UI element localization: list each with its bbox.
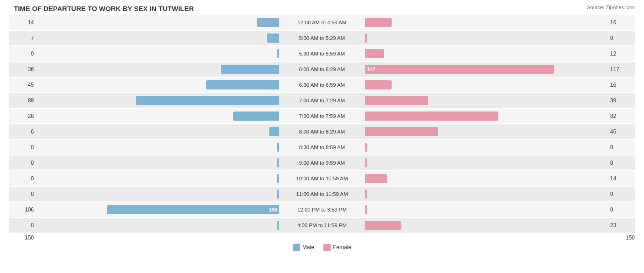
female-bar (365, 221, 401, 230)
time-range-label: 6:30 AM to 6:59 AM (281, 82, 363, 88)
right-bar-wrap (363, 158, 607, 168)
time-range-label: 7:30 AM to 7:59 AM (281, 113, 363, 119)
female-bar (365, 80, 392, 89)
left-bar-wrap (37, 95, 281, 106)
right-bar-wrap (363, 17, 607, 28)
left-bar-wrap (37, 142, 281, 152)
right-bar-wrap (363, 189, 607, 199)
legend-female-label: Female (333, 244, 351, 251)
female-value-label: 82 (607, 113, 635, 119)
chart-row: 456:30 AM to 6:59 AM16 (9, 78, 635, 92)
male-bar (277, 221, 279, 230)
time-range-label: 6:00 AM to 6:29 AM (281, 67, 363, 72)
bars-area: 7:30 AM to 7:59 AM (37, 109, 607, 123)
left-bar-wrap (37, 111, 281, 121)
chart-row: 010:00 AM to 10:59 AM14 (9, 171, 635, 186)
left-bar-wrap (37, 173, 281, 184)
male-value-label: 0 (9, 222, 37, 228)
right-bar-wrap (363, 173, 607, 184)
legend-female: Female (323, 244, 351, 251)
chart-row: 897:00 AM to 7:29 AM39 (9, 93, 635, 108)
female-bar (365, 49, 384, 58)
bars-area: 6:00 AM to 6:29 AM117 (37, 62, 607, 77)
time-range-label: 8:00 AM to 8:29 AM (281, 129, 363, 134)
chart-row: 10610612:00 PM to 3:59 PM0 (9, 202, 635, 217)
female-value-label: 0 (607, 144, 635, 150)
left-bar-wrap (37, 80, 281, 90)
right-bar-wrap (363, 80, 607, 90)
time-range-label: 5:00 AM to 5:29 AM (281, 35, 363, 41)
bars-area: 8:30 AM to 8:59 AM (37, 140, 607, 155)
time-range-label: 11:00 AM to 11:59 AM (281, 191, 363, 197)
male-value-label: 6 (9, 128, 37, 135)
legend-male: Male (293, 244, 314, 251)
time-range-label: 12:00 AM to 4:59 AM (281, 20, 363, 25)
male-bar (206, 80, 279, 89)
bars-area: 5:30 AM to 5:59 AM (37, 46, 607, 61)
chart-row: 75:00 AM to 5:29 AM0 (9, 31, 635, 45)
chart-row: 05:30 AM to 5:59 AM12 (9, 46, 635, 61)
chart-row: 04:00 PM to 11:59 PM23 (9, 218, 635, 233)
chart-row: 1412:00 AM to 4:59 AM16 (9, 15, 635, 30)
left-bar-wrap (37, 189, 281, 199)
bars-area: 8:00 AM to 8:29 AM (37, 124, 607, 139)
male-value-label: 0 (9, 50, 37, 57)
male-value-label: 0 (9, 144, 37, 150)
right-bar-wrap (363, 142, 607, 152)
left-bar-wrap (37, 17, 281, 28)
female-bar (365, 143, 367, 152)
right-bar-wrap (363, 127, 607, 137)
female-bar (365, 33, 367, 43)
axis-right: 150 (623, 234, 635, 241)
time-range-label: 5:30 AM to 5:59 AM (281, 51, 363, 56)
left-bar-wrap: 106 (37, 205, 281, 215)
male-bar (257, 18, 279, 27)
legend-female-box (323, 244, 331, 251)
female-value-label: 14 (607, 175, 635, 182)
female-value-label: 0 (607, 35, 635, 41)
male-bar: 106 (107, 205, 279, 214)
male-value-label: 0 (9, 191, 37, 197)
left-bar-wrap (37, 64, 281, 74)
male-value-label: 0 (9, 175, 37, 182)
male-bar (233, 111, 279, 121)
chart-area: 1412:00 AM to 4:59 AM1675:00 AM to 5:29 … (9, 15, 635, 233)
bars-area: 6:30 AM to 6:59 AM (37, 78, 607, 92)
chart-row: 08:30 AM to 8:59 AM0 (9, 140, 635, 155)
chart-container: TIME OF DEPARTURE TO WORK BY SEX IN TUTW… (0, 0, 644, 273)
female-value-label: 39 (607, 97, 635, 104)
right-bar-wrap (363, 111, 607, 121)
female-value-label: 16 (607, 19, 635, 26)
chart-row: 287:30 AM to 7:59 AM82 (9, 109, 635, 123)
right-bar-wrap (363, 33, 607, 43)
male-bar (267, 33, 279, 43)
male-bar (269, 127, 279, 136)
chart-row: 011:00 AM to 11:59 AM0 (9, 187, 635, 201)
time-range-label: 9:00 AM to 9:59 AM (281, 160, 363, 166)
female-value-label: 23 (607, 222, 635, 228)
axis-left: 150 (9, 234, 37, 241)
male-value-label: 106 (9, 206, 37, 213)
bars-area: 4:00 PM to 11:59 PM (37, 218, 607, 233)
female-bar (365, 189, 367, 199)
female-value-label: 0 (607, 191, 635, 197)
female-value-label: 16 (607, 82, 635, 88)
female-value-label: 45 (607, 128, 635, 135)
male-value-label: 28 (9, 113, 37, 119)
male-value-label: 0 (9, 160, 37, 166)
right-bar-wrap: 117 (363, 64, 607, 74)
male-value-label: 89 (9, 97, 37, 104)
female-bar: 117 (365, 65, 554, 74)
female-value-label: 0 (607, 160, 635, 166)
bars-area: 7:00 AM to 7:29 AM (37, 93, 607, 108)
legend-male-label: Male (302, 244, 314, 251)
male-bar (277, 143, 279, 152)
female-bar (365, 158, 367, 167)
axis-row: 150 150 (9, 234, 635, 241)
left-bar-wrap (37, 158, 281, 168)
chart-row: 68:00 AM to 8:29 AM45 (9, 124, 635, 139)
legend-male-box (293, 244, 300, 251)
bars-area: 10612:00 PM to 3:59 PM (37, 202, 607, 217)
bars-area: 9:00 AM to 9:59 AM (37, 156, 607, 170)
female-bar (365, 111, 498, 121)
